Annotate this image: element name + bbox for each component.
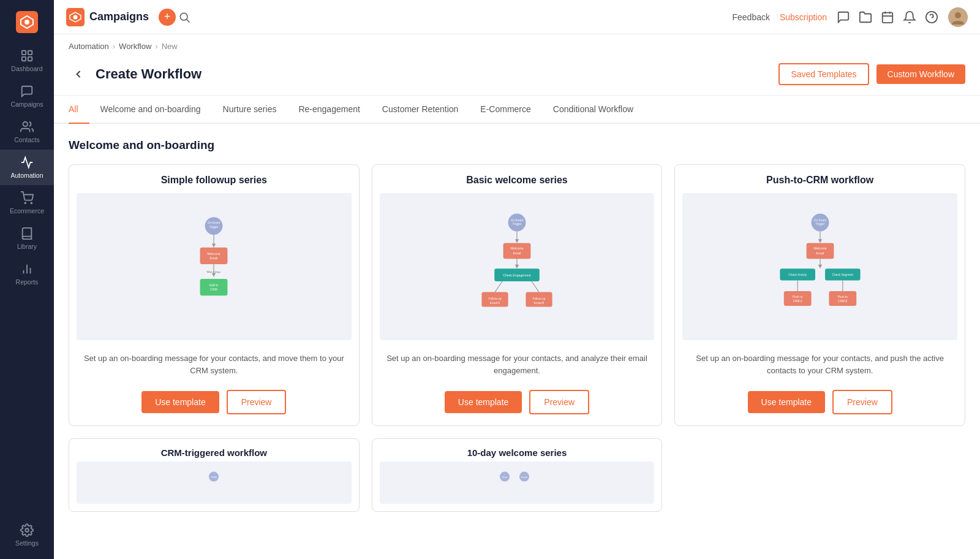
preview-btn-push-to-crm[interactable]: Preview: [832, 390, 892, 414]
use-template-btn-simple-followup[interactable]: Use template: [141, 391, 219, 413]
svg-point-24: [955, 12, 961, 18]
breadcrumb-new: New: [162, 42, 178, 51]
svg-point-14: [74, 15, 78, 19]
page-header: Create Workflow Saved Templates Custom W…: [54, 58, 980, 96]
svg-rect-4: [22, 57, 26, 61]
card-title-ten-day-welcome: 10-day welcome series: [372, 439, 662, 462]
svg-text:CRM B: CRM B: [838, 300, 847, 303]
svg-text:Push to: Push to: [793, 295, 803, 299]
card-actions-simple-followup: Use template Preview: [69, 384, 359, 425]
partial-diagram-ten-day-welcome: Start Email: [480, 471, 554, 495]
saved-templates-button[interactable]: Saved Templates: [778, 63, 869, 85]
feedback-link[interactable]: Feedback: [732, 12, 769, 22]
breadcrumb-workflow[interactable]: Workflow: [119, 42, 151, 51]
calendar-icon[interactable]: [881, 10, 894, 24]
dashboard-icon: [20, 49, 34, 63]
card-diagram-basic-welcome: On-board Trigger Welcome Email: [380, 193, 655, 340]
svg-text:Trigger: Trigger: [209, 226, 219, 229]
svg-rect-3: [28, 51, 32, 55]
svg-text:Welcome: Welcome: [510, 246, 524, 250]
svg-text:Welcome: Welcome: [208, 252, 221, 256]
navbar-icons: [837, 10, 938, 24]
svg-point-8: [31, 202, 32, 203]
page-title: Create Workflow: [96, 66, 202, 82]
user-avatar[interactable]: [948, 7, 968, 27]
card-actions-push-to-crm: Use template Preview: [675, 384, 965, 425]
svg-text:Email: Email: [513, 251, 521, 255]
svg-rect-17: [883, 12, 893, 22]
sidebar-item-reports[interactable]: Reports: [0, 256, 54, 292]
svg-text:On-board: On-board: [511, 219, 524, 222]
svg-text:Email: Email: [210, 256, 218, 260]
card-title-crm-triggered: CRM-triggered workflow: [69, 439, 359, 462]
tab-conditional[interactable]: Conditional Workflow: [542, 96, 644, 124]
sidebar-item-contacts[interactable]: Contacts: [0, 114, 54, 150]
search-icon: [178, 11, 190, 23]
tabs-bar: All Welcome and on-boarding Nurture seri…: [54, 96, 980, 124]
svg-rect-5: [28, 57, 32, 61]
svg-text:CRM: CRM: [210, 287, 217, 291]
add-button[interactable]: +: [159, 9, 176, 26]
navbar-right: Feedback Subscription: [732, 7, 968, 27]
svg-marker-63: [818, 239, 821, 243]
tab-retention[interactable]: Customer Retention: [371, 96, 470, 124]
sidebar-item-settings[interactable]: Settings: [0, 517, 54, 553]
use-template-btn-push-to-crm[interactable]: Use template: [748, 391, 825, 413]
preview-btn-simple-followup[interactable]: Preview: [227, 390, 287, 414]
page-header-left: Create Workflow: [69, 64, 202, 84]
tab-reengagement[interactable]: Re-engagement: [287, 96, 371, 124]
svg-text:Email: Email: [521, 476, 527, 479]
tab-nurture[interactable]: Nurture series: [212, 96, 288, 124]
sidebar-item-ecommerce[interactable]: Ecommerce: [0, 185, 54, 221]
svg-text:Check Activity: Check Activity: [788, 273, 807, 276]
tab-ecommerce[interactable]: E-Commerce: [469, 96, 541, 124]
breadcrumb-sep-2: ›: [155, 42, 157, 51]
navbar: Campaigns + Feedback Subscription: [54, 0, 980, 34]
svg-text:Email: Email: [816, 251, 824, 255]
sidebar-item-campaigns[interactable]: Campaigns: [0, 78, 54, 114]
custom-workflow-button[interactable]: Custom Workflow: [876, 64, 965, 84]
card-desc-push-to-crm: Set up an on-boarding message for your c…: [675, 348, 965, 384]
app-name: Campaigns: [89, 10, 149, 23]
subscription-link[interactable]: Subscription: [780, 12, 827, 22]
svg-point-6: [23, 122, 28, 126]
breadcrumb-automation[interactable]: Automation: [69, 42, 109, 51]
template-card-simple-followup: Simple followup series On-board Trigger: [69, 164, 360, 426]
sidebar-item-dashboard-label: Dashboard: [11, 65, 42, 72]
svg-line-51: [495, 281, 502, 292]
svg-text:Start: Start: [502, 476, 508, 479]
folder-icon[interactable]: [859, 10, 872, 24]
template-card-ten-day-welcome: 10-day welcome series Start Email: [372, 438, 663, 512]
card-diagram-ten-day-welcome: Start Email: [380, 462, 655, 504]
help-icon[interactable]: [925, 10, 938, 24]
svg-text:Follow-up: Follow-up: [489, 297, 502, 300]
back-button[interactable]: [69, 64, 88, 84]
navbar-brand: Campaigns: [66, 8, 149, 26]
breadcrumb-sep-1: ›: [113, 42, 115, 51]
tab-welcome[interactable]: Welcome and on-boarding: [89, 96, 212, 124]
sidebar-item-library[interactable]: Library: [0, 221, 54, 256]
tab-all[interactable]: All: [69, 96, 89, 124]
workflow-diagram-push-to-crm: On-board Trigger Welcome Email: [771, 202, 869, 331]
svg-text:Push to: Push to: [837, 295, 848, 299]
search-button[interactable]: [176, 9, 193, 26]
svg-text:Check Segment: Check Segment: [832, 273, 853, 276]
workflow-diagram-basic-welcome: On-board Trigger Welcome Email: [468, 202, 566, 331]
sidebar-item-automation[interactable]: Automation: [0, 150, 54, 185]
svg-text:On-board: On-board: [208, 221, 221, 224]
preview-btn-basic-welcome[interactable]: Preview: [529, 390, 589, 414]
card-diagram-push-to-crm: On-board Trigger Welcome Email: [682, 193, 957, 340]
brand-logo-icon: [66, 8, 85, 26]
messages-icon[interactable]: [837, 10, 850, 24]
partial-cards-grid: CRM-triggered workflow CRM 10-day welcom…: [69, 438, 965, 512]
svg-marker-29: [212, 243, 216, 247]
sidebar-item-dashboard[interactable]: Dashboard: [0, 43, 54, 78]
use-template-btn-basic-welcome[interactable]: Use template: [445, 391, 522, 413]
bell-icon[interactable]: [903, 10, 916, 24]
svg-text:CRM A: CRM A: [793, 300, 802, 303]
svg-point-7: [24, 202, 26, 203]
sidebar: Dashboard Campaigns Contacts Automation …: [0, 0, 54, 559]
card-diagram-crm-triggered: CRM: [77, 462, 352, 504]
svg-text:Welcome: Welcome: [813, 246, 827, 250]
card-actions-basic-welcome: Use template Preview: [372, 384, 662, 425]
